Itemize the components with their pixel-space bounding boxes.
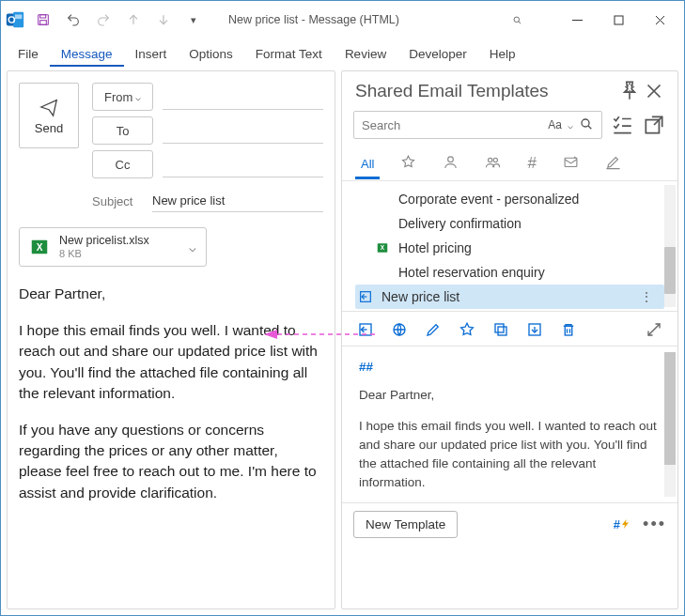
preview-greeting: Dear Partner, bbox=[359, 386, 661, 405]
send-button[interactable]: Send bbox=[19, 83, 79, 148]
menubar: File Message Insert Options Format Text … bbox=[1, 38, 684, 69]
menu-options[interactable]: Options bbox=[178, 41, 244, 67]
new-template-button[interactable]: New Template bbox=[353, 511, 458, 538]
tab-all[interactable]: All bbox=[357, 151, 378, 178]
svg-rect-23 bbox=[495, 324, 504, 332]
menu-file[interactable]: File bbox=[7, 41, 50, 67]
template-item-selected[interactable]: New price list ⋮ bbox=[355, 285, 664, 309]
svg-rect-2 bbox=[15, 15, 22, 20]
link-icon[interactable] bbox=[391, 321, 408, 338]
minimize-button[interactable] bbox=[556, 6, 598, 34]
attachment-size: 8 KB bbox=[59, 248, 179, 260]
svg-rect-5 bbox=[40, 15, 46, 18]
kebab-icon[interactable]: ⋮ bbox=[640, 289, 657, 304]
tab-mail[interactable] bbox=[559, 148, 583, 180]
popout-icon[interactable] bbox=[642, 113, 666, 137]
save-icon[interactable] bbox=[31, 8, 55, 32]
template-item[interactable]: X Hotel pricing bbox=[355, 236, 664, 260]
menu-developer[interactable]: Developer bbox=[397, 41, 478, 67]
body-greeting: Dear Partner, bbox=[19, 284, 323, 304]
subject-input[interactable]: New price list bbox=[152, 190, 323, 212]
tab-tags[interactable]: # bbox=[523, 148, 539, 180]
from-button[interactable]: From ⌵ bbox=[92, 83, 153, 111]
menu-insert[interactable]: Insert bbox=[124, 41, 179, 67]
svg-rect-25 bbox=[565, 326, 572, 335]
pin-icon[interactable] bbox=[617, 79, 642, 103]
tab-team[interactable] bbox=[481, 148, 505, 180]
export-icon[interactable] bbox=[526, 321, 543, 338]
template-list: Corporate event - personalized Delivery … bbox=[342, 181, 677, 311]
chevron-down-icon[interactable]: ⌵ bbox=[568, 120, 573, 131]
delete-icon[interactable] bbox=[560, 321, 577, 338]
panel-footer: New Template # ••• bbox=[342, 502, 677, 546]
template-item[interactable]: Delivery confirmation bbox=[355, 211, 664, 236]
svg-point-11 bbox=[582, 119, 589, 127]
hash-bolt-icon[interactable]: # bbox=[614, 517, 631, 531]
chevron-down-icon[interactable]: ⌵ bbox=[189, 240, 196, 254]
message-body[interactable]: Dear Partner, I hope this email finds yo… bbox=[19, 284, 323, 518]
excel-icon: X bbox=[29, 237, 50, 257]
close-panel-icon[interactable] bbox=[642, 79, 666, 103]
font-size-label: Aa bbox=[548, 118, 562, 131]
svg-rect-22 bbox=[498, 327, 506, 335]
scrollbar-thumb[interactable] bbox=[664, 247, 676, 294]
menu-format-text[interactable]: Format Text bbox=[244, 41, 334, 67]
svg-point-15 bbox=[494, 158, 498, 162]
svg-rect-6 bbox=[40, 21, 47, 25]
edit-icon[interactable] bbox=[425, 321, 442, 338]
cc-field[interactable] bbox=[163, 151, 323, 177]
panel-title: Shared Email Templates bbox=[355, 81, 617, 101]
svg-text:X: X bbox=[37, 242, 43, 253]
chevron-down-icon: ⌵ bbox=[135, 92, 141, 102]
svg-point-7 bbox=[514, 17, 520, 23]
compose-pane: Send From ⌵ To Cc bbox=[7, 70, 335, 609]
template-item[interactable]: Corporate event - personalized bbox=[355, 187, 664, 211]
prev-icon[interactable] bbox=[121, 8, 146, 32]
search-input[interactable]: Search Aa ⌵ bbox=[353, 111, 602, 139]
svg-point-14 bbox=[489, 158, 492, 162]
expand-icon[interactable] bbox=[646, 321, 662, 338]
scrollbar-thumb[interactable] bbox=[664, 352, 676, 465]
cc-button[interactable]: Cc bbox=[92, 150, 153, 178]
template-item[interactable]: Hotel reservation enquiry bbox=[355, 260, 664, 285]
preview-tag: ## bbox=[359, 358, 661, 377]
svg-rect-8 bbox=[615, 16, 623, 24]
excel-icon: X bbox=[374, 241, 391, 254]
template-preview: ## Dear Partner, I hope this email finds… bbox=[342, 346, 677, 502]
menu-review[interactable]: Review bbox=[334, 41, 397, 67]
to-field[interactable] bbox=[163, 117, 323, 144]
insert-icon bbox=[357, 289, 374, 304]
outlook-icon bbox=[5, 9, 25, 30]
search-icon[interactable] bbox=[496, 6, 537, 34]
search-placeholder: Search bbox=[362, 118, 548, 132]
from-field[interactable] bbox=[163, 84, 323, 110]
template-actions bbox=[342, 311, 677, 346]
templates-panel: Shared Email Templates Search Aa ⌵ bbox=[341, 70, 678, 609]
svg-rect-16 bbox=[565, 158, 577, 166]
more-icon[interactable]: ••• bbox=[643, 520, 666, 528]
tab-favorites[interactable] bbox=[397, 148, 420, 180]
tab-person[interactable] bbox=[439, 148, 462, 180]
tab-edit[interactable] bbox=[601, 148, 625, 180]
close-button[interactable] bbox=[639, 6, 680, 34]
undo-icon[interactable] bbox=[61, 8, 86, 32]
menu-message[interactable]: Message bbox=[50, 41, 124, 67]
qat-overflow-icon[interactable]: ▾ bbox=[181, 8, 206, 32]
checklist-icon[interactable] bbox=[610, 113, 634, 137]
to-button[interactable]: To bbox=[92, 116, 153, 145]
subject-label: Subject bbox=[92, 194, 141, 208]
panel-tabs: All # bbox=[342, 145, 677, 181]
search-icon[interactable] bbox=[579, 116, 594, 134]
menu-help[interactable]: Help bbox=[478, 41, 527, 67]
window-title: New price list - Message (HTML) bbox=[206, 13, 496, 26]
maximize-button[interactable] bbox=[598, 6, 639, 34]
attachment-chip[interactable]: X New pricelist.xlsx 8 KB ⌵ bbox=[19, 227, 207, 267]
redo-icon[interactable] bbox=[91, 8, 116, 32]
star-icon[interactable] bbox=[459, 321, 475, 338]
next-icon[interactable] bbox=[151, 8, 176, 32]
body-para-2: If you have any questions or concerns re… bbox=[19, 420, 323, 504]
preview-body: I hope this email finds you well. I want… bbox=[359, 417, 661, 493]
insert-template-icon[interactable] bbox=[357, 321, 374, 338]
copy-icon[interactable] bbox=[492, 321, 509, 338]
body-para-1: I hope this email finds you well. I want… bbox=[19, 320, 323, 405]
